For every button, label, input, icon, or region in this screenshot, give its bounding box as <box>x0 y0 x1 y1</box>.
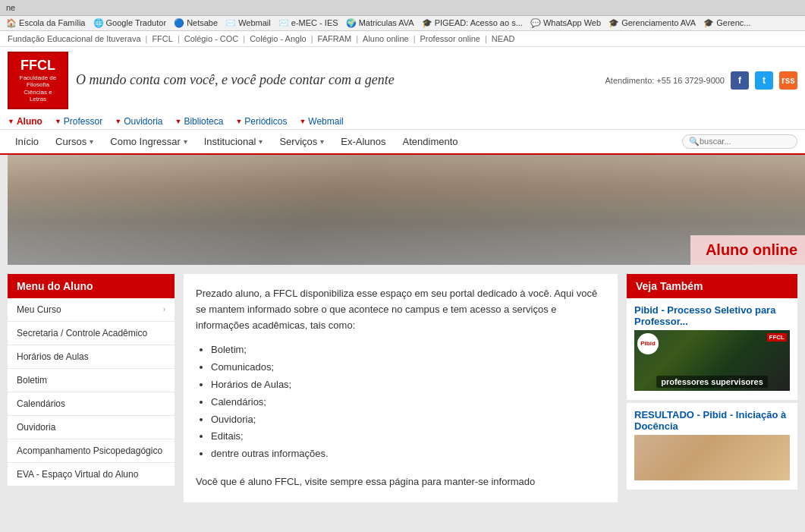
logo[interactable]: FFCL Faculdade deFilosofiaCiências eLetr… <box>8 52 68 109</box>
sidebar-card-resultado: RESULTADO - Pibid - Iniciação à Docência <box>627 403 797 490</box>
periodicos-arrow: ▼ <box>235 118 242 125</box>
servicos-arrow: ▾ <box>320 137 324 146</box>
bookmark-whatsapp[interactable]: 💬 WhatsApp Web <box>530 18 601 28</box>
top-links-bar: Fundação Educacional de Ituverava | FFCL… <box>0 31 805 47</box>
list-item-horarios: Horários de Aulas; <box>211 377 605 393</box>
search-box[interactable]: 🔍 <box>682 134 797 149</box>
menu-item-acompanhamento[interactable]: Acompanhamento Psicopedagógico <box>8 439 175 463</box>
ouvidoria-arrow: ▼ <box>115 118 121 125</box>
atendimento-text: Atendimento: +55 16 3729-9000 <box>605 76 725 85</box>
top-link-fundacao[interactable]: Fundação Educacional de Ituverava <box>8 34 141 43</box>
bookmark-escola[interactable]: 🏠 Escola da Família <box>6 18 86 28</box>
sidebar-img-pibid: Pibid FFCL professores supervisores <box>634 330 790 391</box>
user-nav-professor[interactable]: ▼ Professor <box>55 116 102 127</box>
user-nav-aluno[interactable]: ▼ Aluno <box>8 116 42 127</box>
bookmark-gerenc2[interactable]: 🎓 Gerenc... <box>703 18 750 28</box>
search-input[interactable] <box>700 137 791 146</box>
nav-inicio[interactable]: Início <box>8 130 46 153</box>
bookmarks-bar: 🏠 Escola da Família 🌐 Google Tradutor 🔵 … <box>0 16 805 31</box>
user-nav-links: ▼ Aluno ▼ Professor ▼ Ouvidoria ▼ Biblio… <box>8 116 344 127</box>
sidebar-card-pibid: Pibid - Processo Seletivo para Professor… <box>627 298 797 400</box>
left-menu: Menu do Aluno Meu Curso › Secretaria / C… <box>8 274 175 502</box>
menu-item-eva[interactable]: EVA - Espaço Virtual do Aluno <box>8 463 175 486</box>
search-icon: 🔍 <box>689 137 700 146</box>
header-left: FFCL Faculdade deFilosofiaCiências eLetr… <box>8 52 395 109</box>
top-link-professor-online[interactable]: Professor online <box>420 34 481 43</box>
como-ingressar-arrow: ▾ <box>184 137 187 146</box>
menu-item-meu-curso[interactable]: Meu Curso › <box>8 298 175 322</box>
bookmark-google[interactable]: 🌐 Google Tradutor <box>93 18 167 28</box>
center-footer: Você que é aluno FFCL, visite sempre ess… <box>196 474 605 490</box>
bookmark-webmail[interactable]: ✉️ Webmail <box>225 18 271 28</box>
header: FFCL Faculdade deFilosofiaCiências eLetr… <box>0 47 805 114</box>
list-item-ouvidoria: Ouvidoria; <box>211 412 605 428</box>
nav-como-ingressar[interactable]: Como Ingressar ▾ <box>102 130 194 153</box>
hero-hands-bg <box>8 155 805 265</box>
list-item-outras: dentre outras informações. <box>211 446 605 462</box>
right-sidebar: Veja Também Pibid - Processo Seletivo pa… <box>627 274 797 502</box>
nav-institucional[interactable]: Institucional ▾ <box>197 130 271 153</box>
top-link-fafram[interactable]: FAFRAM <box>318 34 352 43</box>
pibid-logo: Pibid <box>637 333 659 354</box>
aluno-arrow: ▼ <box>8 118 14 125</box>
biblioteca-arrow: ▼ <box>175 118 181 125</box>
nav-ex-alunos[interactable]: Ex-Alunos <box>333 130 393 153</box>
professor-arrow: ▼ <box>55 118 61 125</box>
top-link-coc[interactable]: Colégio - COC <box>184 34 239 43</box>
browser-address-bar: ne <box>0 0 805 16</box>
top-link-anglo[interactable]: Colégio - Anglo <box>250 34 307 43</box>
hero-banner: Aluno online <box>8 155 805 265</box>
meu-curso-chevron: › <box>163 305 165 313</box>
webmail-arrow: ▼ <box>299 118 306 125</box>
list-item-calendarios: Calendários; <box>211 395 605 411</box>
list-item-boletim: Boletim; <box>211 342 605 358</box>
top-link-ffcl[interactable]: FFCL <box>152 34 173 43</box>
bookmark-gerenciamento[interactable]: 🎓 Gerenciamento AVA <box>608 18 696 28</box>
menu-item-horarios[interactable]: Horários de Aulas <box>8 345 175 369</box>
menu-item-ouvidoria[interactable]: Ouvidoria <box>8 416 175 439</box>
twitter-icon[interactable]: t <box>755 71 773 90</box>
ffcl-badge: FFCL <box>767 333 787 342</box>
user-nav-periodicos[interactable]: ▼ Periódicos <box>235 116 287 127</box>
top-link-aluno-online[interactable]: Aluno online <box>363 34 409 43</box>
tagline: O mundo conta com você, e você pode cont… <box>76 72 395 88</box>
cursos-arrow: ▾ <box>90 137 93 146</box>
sidebar-link-resultado[interactable]: RESULTADO - Pibid - Iniciação à Docência <box>634 409 786 432</box>
main-nav: Início Cursos ▾ Como Ingressar ▾ Institu… <box>0 130 805 155</box>
bookmark-matriculas[interactable]: 🌍 Matriculas AVA <box>346 18 414 28</box>
menu-item-secretaria[interactable]: Secretaria / Controle Acadêmico <box>8 322 175 345</box>
menu-item-boletim[interactable]: Boletim <box>8 369 175 392</box>
sidebar-title: Veja Também <box>627 274 797 298</box>
bookmark-emec[interactable]: ✉️ e-MEC - IES <box>278 18 338 28</box>
center-intro: Prezado aluno, a FFCL disponibiliza esse… <box>196 286 605 333</box>
header-right: Atendimento: +55 16 3729-9000 f t rss <box>605 71 798 90</box>
sidebar-link-pibid[interactable]: Pibid - Processo Seletivo para Professor… <box>634 304 775 327</box>
main-content: Menu do Aluno Meu Curso › Secretaria / C… <box>0 265 805 512</box>
nav-cursos[interactable]: Cursos ▾ <box>48 130 101 153</box>
bookmark-netsabe[interactable]: 🔵 Netsabe <box>174 18 218 28</box>
sidebar-img-resultado <box>634 435 790 480</box>
nav-servicos[interactable]: Serviços ▾ <box>272 130 332 153</box>
list-item-editais: Editais; <box>211 429 605 445</box>
center-list: Boletim; Comunicados; Horários de Aulas;… <box>196 342 605 462</box>
facebook-icon[interactable]: f <box>731 71 749 90</box>
rss-icon[interactable]: rss <box>779 71 797 90</box>
user-nav-ouvidoria[interactable]: ▼ Ouvidoria <box>115 116 162 127</box>
menu-title: Menu do Aluno <box>8 274 175 298</box>
menu-item-calendarios[interactable]: Calendários <box>8 392 175 416</box>
center-content: Prezado aluno, a FFCL disponibiliza esse… <box>184 274 618 502</box>
institucional-arrow: ▾ <box>259 137 263 146</box>
user-nav-biblioteca[interactable]: ▼ Biblioteca <box>175 116 223 127</box>
sidebar-img-text-pibid: professores supervisores <box>656 376 768 388</box>
list-item-comunicados: Comunicados; <box>211 360 605 376</box>
top-link-nead[interactable]: NEAD <box>492 34 515 43</box>
bookmark-pigead[interactable]: 🎓 PIGEAD: Acesso ao s... <box>422 18 523 28</box>
nav-atendimento[interactable]: Atendimento <box>395 130 466 153</box>
user-nav-webmail[interactable]: ▼ Webmail <box>299 116 343 127</box>
address-text: ne <box>6 3 15 12</box>
hero-title: Aluno online <box>690 235 805 265</box>
